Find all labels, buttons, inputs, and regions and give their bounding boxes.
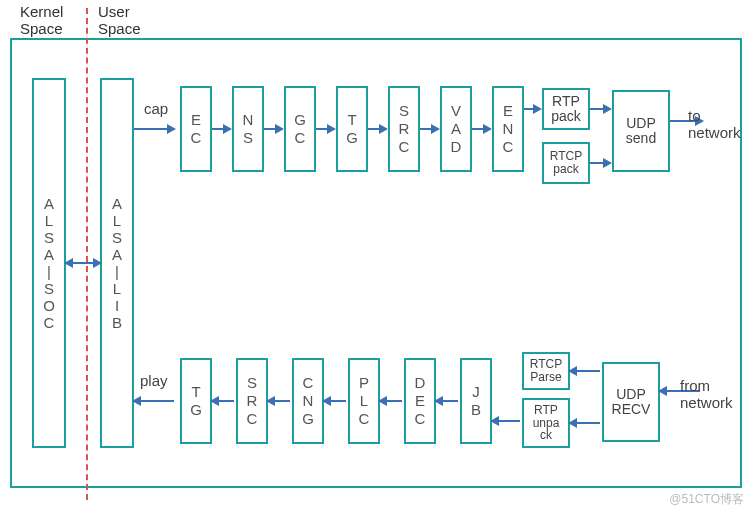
arrow-dec-plc: [380, 400, 402, 402]
label-play: play: [140, 372, 168, 389]
label-alsa-soc: ALSA|SOC: [43, 195, 55, 331]
box-src-bottom: SRC: [236, 358, 268, 444]
arrow-cng-src: [268, 400, 290, 402]
box-ns: NS: [232, 86, 264, 172]
arrow-play: [134, 400, 174, 402]
box-vad: VAD: [440, 86, 472, 172]
arrow-src-tg: [212, 400, 234, 402]
box-src-top: SRC: [388, 86, 420, 172]
label-alsa-lib: ALSA|LIB: [112, 195, 122, 331]
header-kernel: Kernel Space: [20, 3, 63, 37]
box-rtp-unpack: RTPunpack: [522, 398, 570, 448]
box-tg-bottom: TG: [180, 358, 212, 444]
arrow-rtppack-udp: [590, 108, 610, 110]
kernel-user-divider: [86, 8, 88, 500]
label-to-network: to network: [688, 108, 741, 141]
watermark: @51CTO博客: [669, 491, 744, 508]
arrow-alsa-interconnect: [66, 262, 100, 264]
box-plc: PLC: [348, 358, 380, 444]
box-jb: JB: [460, 358, 492, 444]
box-gc: GC: [284, 86, 316, 172]
box-udp-recv: UDPRECV: [602, 362, 660, 442]
box-rtp-pack: RTPpack: [542, 88, 590, 130]
arrow-udp-rtpunpack: [570, 422, 600, 424]
arrow-udp-rtcpparse: [570, 370, 600, 372]
box-udp-send: UDPsend: [612, 90, 670, 172]
label-cap: cap: [144, 100, 168, 117]
box-rtcp-parse: RTCPParse: [522, 352, 570, 390]
box-ec: EC: [180, 86, 212, 172]
arrow-ec-ns: [212, 128, 230, 130]
arrow-rtpunpack-jb: [492, 420, 520, 422]
arrow-vad-enc: [472, 128, 490, 130]
arrow-jb-dec: [436, 400, 458, 402]
box-rtcp-pack: RTCPpack: [542, 142, 590, 184]
arrow-enc-rtppack: [524, 108, 540, 110]
box-cng: CNG: [292, 358, 324, 444]
header-user: User Space: [98, 3, 141, 37]
arrow-gc-tg: [316, 128, 334, 130]
box-enc: ENC: [492, 86, 524, 172]
box-tg-top: TG: [336, 86, 368, 172]
arrow-src-vad: [420, 128, 438, 130]
arrow-cap: [134, 128, 174, 130]
arrow-tg-src: [368, 128, 386, 130]
box-dec: DEC: [404, 358, 436, 444]
arrow-plc-cng: [324, 400, 346, 402]
arrow-rtcppack-udp: [590, 162, 610, 164]
label-from-network: from network: [680, 378, 733, 411]
arrow-ns-gc: [264, 128, 282, 130]
